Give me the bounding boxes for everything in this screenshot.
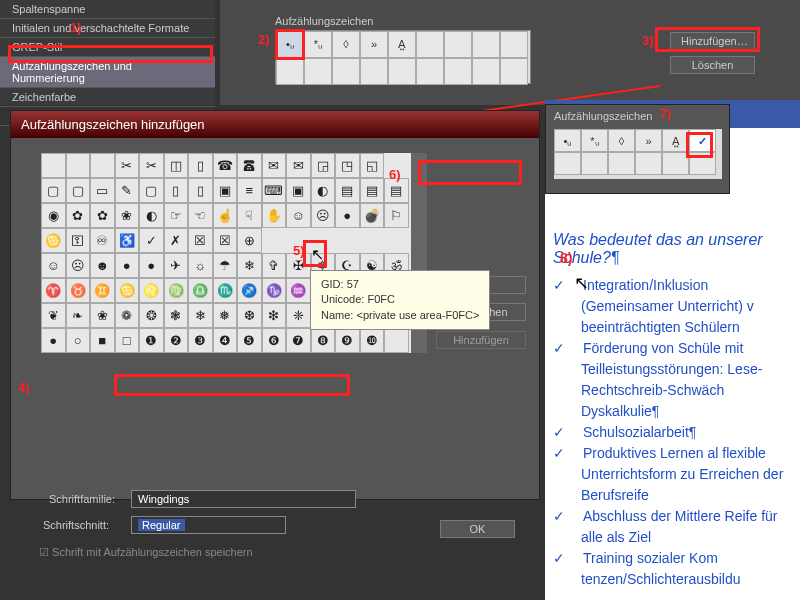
sidebar-item[interactable]: Zeichenfarbe xyxy=(0,88,215,107)
glyph-cell[interactable] xyxy=(90,153,115,178)
glyph-cell[interactable]: ♈ xyxy=(41,278,66,303)
glyph-cell[interactable]: ❹ xyxy=(213,328,238,353)
sidebar-item[interactable]: Spaltenspanne xyxy=(0,0,215,19)
glyph-cell[interactable]: ☎ xyxy=(213,153,238,178)
glyph-cell[interactable]: ⚿ xyxy=(66,228,91,253)
glyph-cell[interactable]: ☜ xyxy=(188,203,213,228)
glyph-cell[interactable]: ❄ xyxy=(237,253,262,278)
save-font-checkbox[interactable]: ☑ Schrift mit Aufzählungszeichen speiche… xyxy=(39,546,253,559)
glyph-cell[interactable]: ❂ xyxy=(139,303,164,328)
glyph-cell[interactable]: ♋ xyxy=(41,228,66,253)
glyph-cell[interactable]: ✂ xyxy=(139,153,164,178)
glyph-cell[interactable]: ❃ xyxy=(164,303,189,328)
glyph-cell[interactable]: ≡ xyxy=(237,178,262,203)
glyph-cell[interactable]: ❧ xyxy=(66,303,91,328)
bullet-cell[interactable] xyxy=(304,58,332,85)
glyph-cell[interactable]: ◲ xyxy=(311,153,336,178)
glyph-cell[interactable]: ☼ xyxy=(188,253,213,278)
glyph-cell[interactable]: ◉ xyxy=(41,203,66,228)
glyph-cell[interactable]: ⊕ xyxy=(237,228,262,253)
bullet-cell[interactable]: *ᵤ xyxy=(304,31,332,58)
glyph-cell[interactable]: ✉ xyxy=(286,153,311,178)
glyph-cell[interactable]: ✗ xyxy=(164,228,189,253)
glyph-cell[interactable]: ◱ xyxy=(360,153,385,178)
glyph-cell[interactable]: ❷ xyxy=(164,328,189,353)
bullet-cell[interactable]: ◊ xyxy=(608,129,635,152)
glyph-cell[interactable]: ❀ xyxy=(90,303,115,328)
glyph-cell[interactable]: ◐ xyxy=(139,203,164,228)
bullet-cell[interactable] xyxy=(332,58,360,85)
glyph-cell[interactable]: ▢ xyxy=(139,178,164,203)
bullet-cell[interactable]: •ᵤ xyxy=(554,129,581,152)
glyph-cell[interactable]: ☹ xyxy=(66,253,91,278)
glyph-cell[interactable]: □ xyxy=(115,328,140,353)
glyph-cell[interactable]: ❼ xyxy=(286,328,311,353)
glyph-cell[interactable]: ● xyxy=(335,203,360,228)
glyph-cell[interactable]: ▢ xyxy=(66,178,91,203)
glyph-cell[interactable]: ☒ xyxy=(213,228,238,253)
glyph-cell[interactable]: ✎ xyxy=(115,178,140,203)
glyph-cell[interactable]: ✈ xyxy=(164,253,189,278)
glyph-cell[interactable]: ◳ xyxy=(335,153,360,178)
glyph-cell[interactable]: ✞ xyxy=(262,253,287,278)
glyph-cell[interactable]: ✉ xyxy=(262,153,287,178)
bullet-cell[interactable] xyxy=(662,152,689,175)
bullet-cell[interactable] xyxy=(635,152,662,175)
glyph-cell[interactable]: ▯ xyxy=(164,178,189,203)
bullet-cell[interactable] xyxy=(472,58,500,85)
bullet-cell[interactable] xyxy=(276,58,304,85)
glyph-cell[interactable]: ❦ xyxy=(41,303,66,328)
bullet-cell[interactable] xyxy=(581,152,608,175)
glyph-cell[interactable]: ▭ xyxy=(90,178,115,203)
glyph-cell[interactable] xyxy=(66,153,91,178)
glyph-cell[interactable]: ☟ xyxy=(237,203,262,228)
glyph-cell[interactable]: ♉ xyxy=(66,278,91,303)
glyph-cell[interactable]: ✿ xyxy=(66,203,91,228)
sidebar-item[interactable]: Initialen und verschachtelte Formate xyxy=(0,19,215,38)
glyph-cell[interactable]: ▣ xyxy=(213,178,238,203)
glyph-cell[interactable]: ◐ xyxy=(311,178,336,203)
glyph-cell[interactable]: ❁ xyxy=(115,303,140,328)
glyph-cell[interactable]: ▯ xyxy=(188,178,213,203)
glyph-cell[interactable]: ⚐ xyxy=(384,203,409,228)
bullet-cell[interactable]: *ᵤ xyxy=(581,129,608,152)
glyph-cell[interactable]: ◫ xyxy=(164,153,189,178)
glyph-cell[interactable]: ☻ xyxy=(90,253,115,278)
bullet-cell[interactable] xyxy=(500,31,528,58)
glyph-cell[interactable]: ❸ xyxy=(188,328,213,353)
panel-ok-button[interactable]: OK xyxy=(440,520,515,538)
bullet-cell[interactable] xyxy=(416,31,444,58)
bullet-cell[interactable]: » xyxy=(635,129,662,152)
glyph-cell[interactable]: ☞ xyxy=(164,203,189,228)
glyph-cell[interactable]: ▢ xyxy=(41,178,66,203)
glyph-cell[interactable]: 🕿 xyxy=(237,153,262,178)
glyph-cell[interactable]: ● xyxy=(41,328,66,353)
glyph-cell[interactable]: ☝ xyxy=(213,203,238,228)
glyph-cell[interactable]: ❈ xyxy=(286,303,311,328)
glyph-cell[interactable]: ✋ xyxy=(262,203,287,228)
glyph-cell[interactable]: 💣 xyxy=(360,203,385,228)
glyph-cell[interactable]: ♑ xyxy=(262,278,287,303)
glyph-cell[interactable]: ☂ xyxy=(213,253,238,278)
glyph-cell[interactable]: ♒ xyxy=(286,278,311,303)
bullet-cell[interactable]: A͍ xyxy=(388,31,416,58)
glyph-cell[interactable]: ♐ xyxy=(237,278,262,303)
glyph-cell[interactable]: ▯ xyxy=(188,153,213,178)
bullet-cell[interactable]: ◊ xyxy=(332,31,360,58)
bullet-cell[interactable] xyxy=(360,58,388,85)
dialog-add-button[interactable]: Hinzufügen xyxy=(436,331,526,349)
glyph-cell[interactable]: ☺ xyxy=(41,253,66,278)
font-family-dropdown[interactable]: Wingdings xyxy=(131,490,356,508)
glyph-cell[interactable]: ❿ xyxy=(360,328,385,353)
glyph-cell[interactable]: ❽ xyxy=(311,328,336,353)
glyph-cell[interactable]: ♋ xyxy=(115,278,140,303)
glyph-cell[interactable]: ♿ xyxy=(115,228,140,253)
glyph-cell[interactable]: ❺ xyxy=(237,328,262,353)
bullet-cell[interactable] xyxy=(388,58,416,85)
glyph-cell[interactable]: ❆ xyxy=(237,303,262,328)
glyph-cell[interactable]: ▤ xyxy=(360,178,385,203)
bullet-cell[interactable] xyxy=(608,152,635,175)
glyph-cell[interactable]: ❻ xyxy=(262,328,287,353)
glyph-cell[interactable]: ❅ xyxy=(213,303,238,328)
glyph-cell[interactable]: ✓ xyxy=(139,228,164,253)
